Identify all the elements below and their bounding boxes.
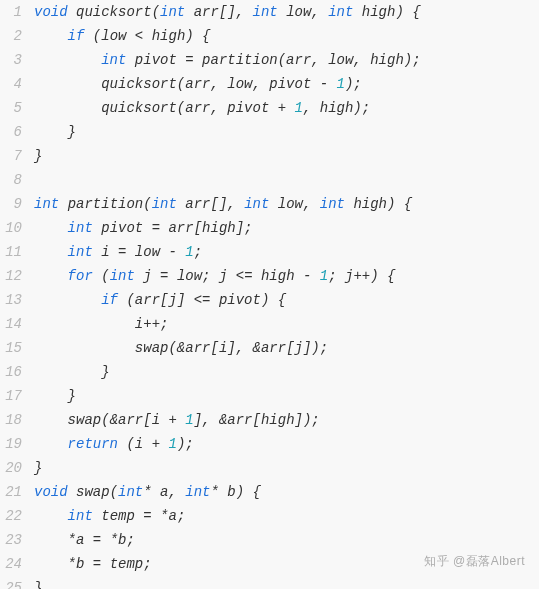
line-number: 25 [0, 576, 22, 589]
token-id: high [362, 4, 396, 20]
token-pun: ; [177, 508, 185, 524]
token-pun: < [135, 28, 143, 44]
token-id: j [295, 340, 303, 356]
line-number: 1 [0, 0, 22, 24]
token-num: 1 [168, 436, 176, 452]
token-pun: = [93, 532, 101, 548]
token-type: int [160, 4, 185, 20]
token-pun: * [68, 532, 76, 548]
token-pun: , [311, 52, 319, 68]
token-pun: ) [404, 52, 412, 68]
token-num: 1 [295, 100, 303, 116]
line-number: 20 [0, 456, 22, 480]
token-pun: { [404, 196, 412, 212]
token-type: int [68, 220, 93, 236]
token-type: int [110, 268, 135, 284]
code-line: i++; [34, 312, 539, 336]
token-id: low [135, 244, 160, 260]
line-number: 22 [0, 504, 22, 528]
token-pun: , [210, 76, 218, 92]
token-pun: ( [101, 412, 109, 428]
token-pun: , [253, 76, 261, 92]
token-pun: - [168, 244, 176, 260]
line-number: 24 [0, 552, 22, 576]
token-pun: = [160, 268, 168, 284]
token-type: int [68, 244, 93, 260]
token-pun: ; [328, 268, 336, 284]
token-pun: ) [353, 100, 361, 116]
token-pun: ) [370, 268, 378, 284]
token-id: i [101, 244, 109, 260]
token-pun: * [211, 484, 219, 500]
token-pun: , [311, 4, 319, 20]
token-id: arr [185, 100, 210, 116]
token-id: pivot [227, 100, 269, 116]
code-line: } [34, 360, 539, 384]
token-id: j [219, 268, 227, 284]
token-id: temp [110, 556, 144, 572]
token-id: j [143, 268, 151, 284]
token-pun: ) [185, 28, 193, 44]
token-pun: ] [236, 220, 244, 236]
token-type: int [34, 196, 59, 212]
token-pun: { [202, 28, 210, 44]
code-line: int i = low - 1; [34, 240, 539, 264]
line-number: 2 [0, 24, 22, 48]
token-id: arr [185, 196, 210, 212]
token-pun: , [236, 4, 244, 20]
code-line: } [34, 120, 539, 144]
token-id: quicksort [101, 76, 177, 92]
token-pun: ( [177, 76, 185, 92]
token-kw: void [34, 484, 68, 500]
token-id: quicksort [101, 100, 177, 116]
token-pun: = [118, 244, 126, 260]
token-pun: ) [395, 4, 403, 20]
line-number: 12 [0, 264, 22, 288]
token-pun: ] [194, 412, 202, 428]
watermark: 知乎 @磊落Albert [424, 549, 525, 573]
token-pun: ++ [143, 316, 160, 332]
line-number: 4 [0, 72, 22, 96]
token-pun: ) [236, 484, 244, 500]
token-id: arr [227, 412, 252, 428]
token-pun: ; [362, 100, 370, 116]
code-line: int pivot = arr[high]; [34, 216, 539, 240]
token-pun: <= [236, 268, 253, 284]
line-number: 8 [0, 168, 22, 192]
code-line: if (arr[j] <= pivot) { [34, 288, 539, 312]
code-line: return (i + 1); [34, 432, 539, 456]
token-id: high [353, 196, 387, 212]
token-id: i [135, 436, 143, 452]
line-number: 6 [0, 120, 22, 144]
code-line: quicksort(arr, pivot + 1, high); [34, 96, 539, 120]
line-number: 13 [0, 288, 22, 312]
token-id: pivot [219, 292, 261, 308]
token-pun: = [143, 508, 151, 524]
token-pun: = [93, 556, 101, 572]
token-pun: ) [387, 196, 395, 212]
token-id: high [370, 52, 404, 68]
token-id: swap [68, 412, 102, 428]
token-num: 1 [320, 268, 328, 284]
token-pun: [ [286, 340, 294, 356]
token-id: low [227, 76, 252, 92]
token-pun: ( [152, 4, 160, 20]
token-id: i [152, 412, 160, 428]
token-pun: } [68, 124, 76, 140]
token-id: low [328, 52, 353, 68]
code-editor: 1234567891011121314151617181920212223242… [0, 0, 539, 589]
token-pun: ; [185, 436, 193, 452]
token-pun: & [110, 412, 118, 428]
token-kw: if [101, 292, 118, 308]
token-pun: ; [202, 268, 210, 284]
token-pun: ( [101, 268, 109, 284]
token-id: pivot [135, 52, 177, 68]
line-number: 10 [0, 216, 22, 240]
line-number: 18 [0, 408, 22, 432]
token-pun: } [34, 580, 42, 589]
token-pun: ( [177, 100, 185, 116]
token-pun: ] [227, 340, 235, 356]
code-line: if (low < high) { [34, 24, 539, 48]
token-type: int [185, 484, 210, 500]
token-id: arr [194, 4, 219, 20]
